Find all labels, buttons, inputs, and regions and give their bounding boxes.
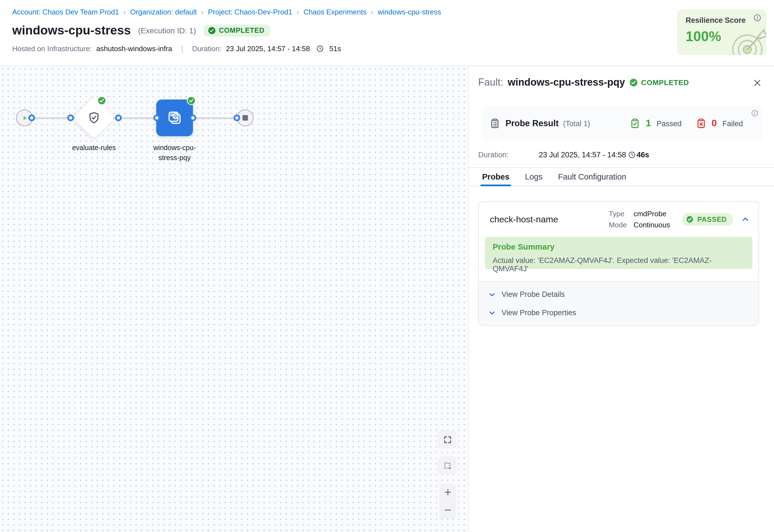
view-probe-properties-label: View Probe Properties <box>502 309 576 317</box>
fault-status-label: COMPLETED <box>641 78 689 87</box>
page-title: windows-cpu-stress <box>12 23 131 38</box>
breadcrumb-separator: › <box>297 8 299 16</box>
play-icon <box>21 114 28 121</box>
app-header: Account: Chaos Dev Team Prod1 › Organiza… <box>0 0 774 66</box>
view-probe-details[interactable]: View Probe Details <box>479 290 758 299</box>
breadcrumb: Account: Chaos Dev Team Prod1 › Organiza… <box>12 8 774 16</box>
probe-card-footer: View Probe Details View Probe Properties <box>479 281 758 325</box>
tab-probes[interactable]: Probes <box>482 168 509 186</box>
probe-card-header[interactable]: check-host-name Type cmdProbe Mode Conti… <box>479 202 758 237</box>
duration-value: 23 Jul 2025, 14:57 - 14:58 <box>226 44 310 53</box>
clipboard-check-icon <box>630 118 640 128</box>
node-label-evaluate-rules: evaluate-rules <box>58 143 130 153</box>
failed-count: 0 <box>712 118 717 129</box>
node-label-line1: windows-cpu- <box>138 143 211 153</box>
passed-label: Passed <box>656 119 681 128</box>
app-root: Account: Chaos Dev Team Prod1 › Organiza… <box>0 0 774 532</box>
shield-check-icon <box>87 111 101 125</box>
fault-duration-label: Duration: <box>478 151 539 159</box>
probe-card-check-host-name: check-host-name Type cmdProbe Mode Conti… <box>478 201 759 326</box>
plus-icon <box>444 488 452 497</box>
connector-port <box>28 115 35 121</box>
breadcrumb-project[interactable]: Project: Chaos-Dev-Prod1 <box>208 8 292 16</box>
success-check-badge <box>187 96 196 105</box>
pipeline-node-evaluate-rules[interactable] <box>73 97 115 139</box>
minus-icon <box>444 506 452 514</box>
check-circle-icon <box>208 27 215 34</box>
hosted-value: ashutosh-windows-infra <box>96 44 172 53</box>
fault-status-badge: COMPLETED <box>629 78 689 87</box>
breadcrumb-separator: › <box>371 8 373 16</box>
view-probe-properties[interactable]: View Probe Properties <box>479 309 758 317</box>
clipboard-icon <box>490 118 500 128</box>
check-circle-icon <box>686 215 694 223</box>
view-probe-details-label: View Probe Details <box>502 290 565 299</box>
screenshot-viewport: Account: Chaos Dev Team Prod1 › Organiza… <box>0 0 774 532</box>
fault-name: windows-cpu-stress-pqy <box>508 77 625 88</box>
success-check-badge <box>97 96 106 105</box>
probe-status-label: PASSED <box>697 215 727 223</box>
breadcrumb-organization[interactable]: Organization: default <box>130 8 197 16</box>
fault-details-panel: Fault: windows-cpu-stress-pqy COMPLETED <box>468 66 774 532</box>
fullscreen-icon <box>443 435 452 444</box>
clock-icon <box>628 151 636 158</box>
connector-port <box>115 115 122 121</box>
breadcrumb-chaos-experiments[interactable]: Chaos Experiments <box>303 8 366 16</box>
resilience-score-card: Resilience Score 100% <box>677 9 766 55</box>
probe-type-label: Type <box>609 210 627 218</box>
clock-icon <box>317 45 324 52</box>
connector-port <box>153 115 160 121</box>
breadcrumb-current[interactable]: windows-cpu-stress <box>378 8 441 16</box>
duration-label: Duration: <box>192 44 222 53</box>
breadcrumb-separator: › <box>201 8 204 16</box>
info-icon[interactable] <box>753 14 761 22</box>
pipeline-edge <box>24 117 245 119</box>
chevron-down-icon <box>488 290 496 298</box>
fullscreen-button[interactable] <box>438 430 457 449</box>
breadcrumb-separator: › <box>123 8 126 16</box>
probe-result-title: Probe Result <box>505 118 559 128</box>
fault-duration-value: 23 Jul 2025, 14:57 - 14:58 <box>539 151 626 159</box>
node-label-windows-cpu-stress-pqy: windows-cpu- stress-pqy <box>138 143 211 163</box>
pipeline-canvas[interactable]: evaluate-rules windows-cpu- stress-pqy <box>0 66 468 532</box>
title-row: windows-cpu-stress (Execution ID: 1) COM… <box>12 23 774 38</box>
fault-tabs: Probes Logs Fault Configuration <box>469 168 774 186</box>
hosted-label: Hosted on Infrastructure: <box>12 44 92 53</box>
probe-type-value: cmdProbe <box>634 210 670 218</box>
breadcrumb-account[interactable]: Account: Chaos Dev Team Prod1 <box>12 8 119 16</box>
close-icon[interactable] <box>752 77 763 88</box>
probe-status-badge: PASSED <box>682 213 733 226</box>
main-content: evaluate-rules windows-cpu- stress-pqy <box>0 66 774 532</box>
info-icon[interactable] <box>751 110 758 117</box>
tab-logs[interactable]: Logs <box>525 168 542 186</box>
probe-type-mode: Type cmdProbe Mode Continuous <box>609 210 670 229</box>
marquee-selection-icon <box>443 461 452 470</box>
probe-summary-text: Actual value: 'EC2AMAZ-QMVAF4J'. Expecte… <box>493 256 745 273</box>
probe-summary-box: Probe Summary Actual value: 'EC2AMAZ-QMV… <box>485 237 752 269</box>
target-illustration <box>727 25 766 55</box>
connector-port <box>190 115 196 121</box>
experiment-status-label: COMPLETED <box>219 27 264 34</box>
check-circle-icon <box>629 78 638 87</box>
passed-count: 1 <box>646 118 651 129</box>
chevron-up-icon[interactable] <box>740 214 751 225</box>
meta-row: Hosted on Infrastructure: ashutosh-windo… <box>12 44 774 53</box>
probe-summary-title: Probe Summary <box>493 242 745 251</box>
probe-result-stats: 1 Passed 0 Failed <box>630 118 743 129</box>
connector-port <box>234 115 240 121</box>
select-area-button[interactable] <box>438 456 457 475</box>
chevron-down-icon <box>488 309 496 317</box>
node-label-line2: stress-pqy <box>138 153 211 163</box>
probe-name: check-host-name <box>490 214 609 224</box>
zoom-controls <box>439 484 457 519</box>
stop-icon <box>242 115 248 121</box>
probe-mode-label: Mode <box>609 221 627 229</box>
duration-elapsed: 51s <box>329 44 341 53</box>
probe-mode-value: Continuous <box>634 221 670 229</box>
meta-divider: | <box>181 44 183 53</box>
zoom-in-button[interactable] <box>439 484 457 501</box>
tab-fault-configuration[interactable]: Fault Configuration <box>558 168 626 186</box>
zoom-out-button[interactable] <box>439 501 457 519</box>
probe-result-total: (Total 1) <box>563 119 590 128</box>
fault-duration-elapsed: 46s <box>637 151 649 159</box>
